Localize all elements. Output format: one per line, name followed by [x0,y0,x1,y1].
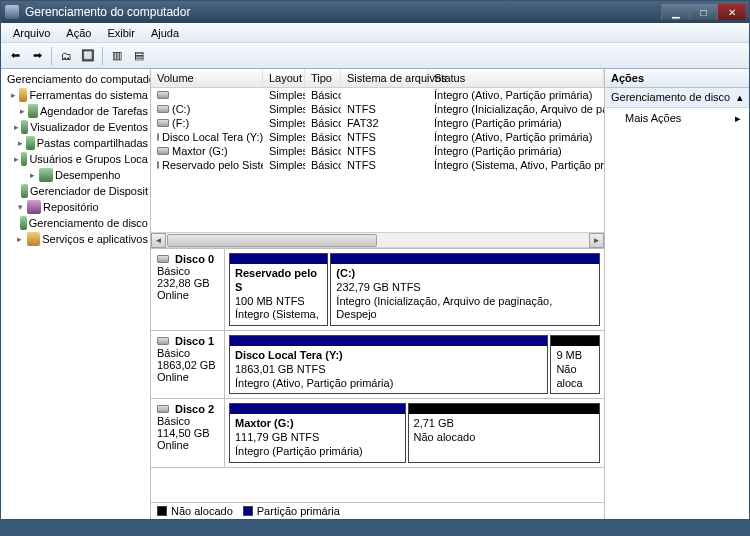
col-fs[interactable]: Sistema de arquivos [341,69,428,87]
menu-ajuda[interactable]: Ajuda [143,25,187,41]
partition-size: 111,79 GB NTFS [235,431,319,443]
scroll-left-arrow[interactable]: ◄ [151,233,166,248]
tree-item[interactable]: Gerenciamento de disco [1,215,150,231]
view-bottom-button[interactable]: ▤ [129,46,149,66]
tree-pane[interactable]: Gerenciamento do computado▸Ferramentas d… [1,69,151,519]
window-title: Gerenciamento do computador [25,5,661,19]
partition-primary[interactable]: (C:)232,79 GB NTFSÍntegro (Inicialização… [330,253,600,326]
tree-item[interactable]: ▸Pastas compartilhadas [1,135,150,151]
scroll-right-arrow[interactable]: ► [589,233,604,248]
tree-expander[interactable]: ▸ [27,170,37,180]
tree-item[interactable]: ▸Ferramentas do sistema [1,87,150,103]
minimize-button[interactable]: ▁ [661,4,689,20]
col-volume[interactable]: Volume [151,69,263,87]
volume-row[interactable]: Maxtor (G:)SimplesBásicoNTFSÍntegro (Par… [151,144,604,158]
tree-item[interactable]: ▸Agendador de Tarefas [1,103,150,119]
scroll-thumb[interactable] [167,234,377,247]
volume-layout: Simples [263,158,305,172]
drive-icon [157,91,169,99]
col-layout[interactable]: Layout [263,69,305,87]
legend: Não alocadoPartição primária [151,502,604,519]
partition-primary[interactable]: Maxtor (G:)111,79 GB NTFSÍntegro (Partiç… [229,403,406,462]
disk-icon [157,337,169,345]
actions-group[interactable]: Gerenciamento de disco ▴ [605,88,749,108]
close-button[interactable]: ✕ [717,4,745,20]
partition-title: Reservado pelo S [235,267,322,295]
volume-row[interactable]: SimplesBásicoÍntegro (Ativo, Partição pr… [151,88,604,102]
partition-status: Íntegro (Ativo, Partição primária) [235,377,393,389]
tree-item[interactable]: Gerenciamento do computado [1,71,150,87]
partition-status: Não aloca [556,363,582,389]
disk-info[interactable]: Disco 2Básico114,50 GBOnline [151,399,225,466]
tree-item[interactable]: ▾Repositório [1,199,150,215]
partition-primary[interactable]: Reservado pelo S100 MB NTFSÍntegro (Sist… [229,253,328,326]
volume-status: Íntegro (Ativo, Partição primária) [428,130,604,144]
tree-expander[interactable]: ▸ [14,122,19,132]
refresh-button[interactable]: 🔲 [78,46,98,66]
partition-unallocated[interactable]: 9 MBNão aloca [550,335,600,394]
menu-acao[interactable]: Ação [58,25,99,41]
menu-exibir[interactable]: Exibir [99,25,143,41]
titlebar[interactable]: Gerenciamento do computador ▁ □ ✕ [1,1,749,23]
disk-row: Disco 1Básico1863,02 GBOnlineDisco Local… [151,331,604,399]
tree-node-icon [21,152,27,166]
disk-size: 114,50 GB [157,427,218,439]
volume-body: SimplesBásicoÍntegro (Ativo, Partição pr… [151,88,604,172]
tree-item[interactable]: ▸Visualizador de Eventos [1,119,150,135]
tree-node-icon [27,232,41,246]
col-tipo[interactable]: Tipo [305,69,341,87]
tree-item[interactable]: Gerenciador de Disposit [1,183,150,199]
partition-colorbar [551,336,599,346]
maximize-button[interactable]: □ [689,4,717,20]
volume-row[interactable]: Reservado pelo SistemaSimplesBásicoNTFSÍ… [151,158,604,172]
legend-label: Partição primária [257,505,340,517]
actions-item-more[interactable]: Mais Ações ▸ [605,108,749,129]
back-button[interactable]: ⬅ [5,46,25,66]
disk-type: Básico [157,265,218,277]
volume-row[interactable]: (C:)SimplesBásicoNTFSÍntegro (Inicializa… [151,102,604,116]
tree-node-icon [19,88,28,102]
tree-item[interactable]: ▸Serviços e aplicativos [1,231,150,247]
volume-name: Reservado pelo Sistema [162,159,263,171]
partition-status: Íntegro (Sistema, [235,308,319,320]
partition-unallocated[interactable]: 2,71 GBNão alocado [408,403,600,462]
disk-name: Disco 1 [175,335,214,347]
tree-expander[interactable]: ▸ [10,90,16,100]
tree-node-icon [21,120,28,134]
drive-icon [157,133,159,141]
actions-pane: Ações Gerenciamento de disco ▴ Mais Açõe… [605,69,749,519]
disk-info[interactable]: Disco 1Básico1863,02 GBOnline [151,331,225,398]
tree-expander[interactable]: ▸ [18,138,24,148]
disk-icon [157,405,169,413]
tree-expander[interactable]: ▸ [15,234,25,244]
tree-expander[interactable]: ▸ [19,106,26,116]
partition-title: Maxtor (G:) [235,417,400,431]
menu-arquivo[interactable]: Arquivo [5,25,58,41]
tree-expander[interactable]: ▸ [14,154,19,164]
taskbar[interactable] [0,520,750,536]
h-scrollbar[interactable]: ◄ ► [151,232,604,248]
tree-item[interactable]: ▸Usuários e Grupos Loca [1,151,150,167]
disk-status: Online [157,439,218,451]
volume-type: Básico [305,144,341,158]
forward-button[interactable]: ➡ [27,46,47,66]
tree-node-icon [26,136,35,150]
col-status[interactable]: Status [428,69,604,87]
content-area: Gerenciamento do computado▸Ferramentas d… [1,69,749,519]
volume-type: Básico [305,88,341,102]
partition-primary[interactable]: Disco Local Tera (Y:)1863,01 GB NTFSÍnte… [229,335,548,394]
volume-row[interactable]: (F:)SimplesBásicoFAT32Íntegro (Partição … [151,116,604,130]
tree-item[interactable]: ▸Desempenho [1,167,150,183]
drive-icon [157,147,169,155]
disk-info[interactable]: Disco 0Básico232,88 GBOnline [151,249,225,330]
tree-label: Serviços e aplicativos [42,233,148,245]
volume-type: Básico [305,116,341,130]
tree-label: Ferramentas do sistema [29,89,148,101]
show-hide-button[interactable]: 🗂 [56,46,76,66]
legend-swatch [157,506,167,516]
tree-expander[interactable]: ▾ [15,202,25,212]
disk-graphical-pane[interactable]: Disco 0Básico232,88 GBOnlineReservado pe… [151,248,604,502]
volume-row[interactable]: Disco Local Tera (Y:)SimplesBásicoNTFSÍn… [151,130,604,144]
view-top-button[interactable]: ▥ [107,46,127,66]
disk-row: Disco 0Básico232,88 GBOnlineReservado pe… [151,249,604,331]
